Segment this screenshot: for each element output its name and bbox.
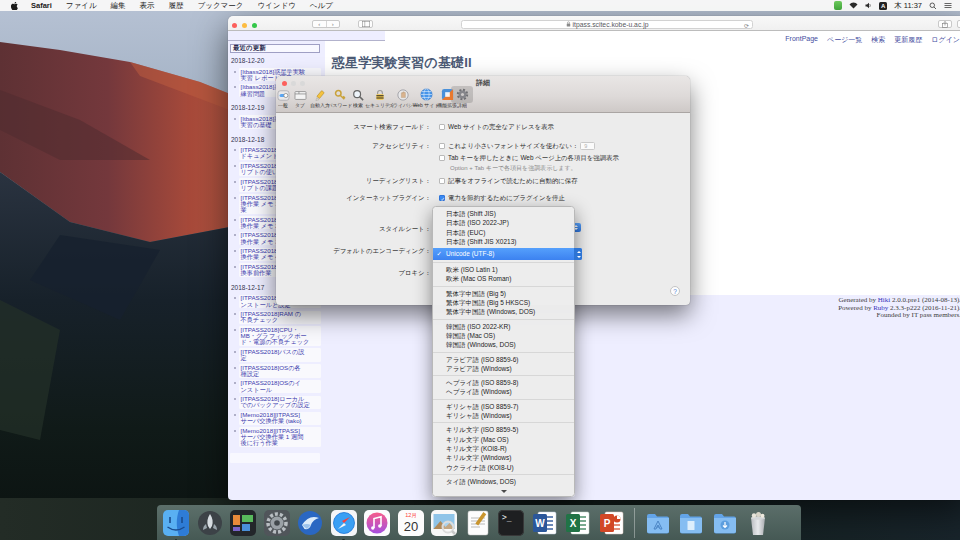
address-bar[interactable]: itpass.scitec.kobe-u.ac.jp ⟳ [461, 20, 753, 29]
font-size-checkbox[interactable] [439, 143, 445, 149]
dock-applications-folder-icon[interactable] [645, 510, 671, 536]
reading-list-checkbox[interactable] [439, 178, 445, 184]
font-size-select[interactable]: 9 [580, 142, 595, 150]
encoding-option[interactable]: ヘブライ語 (ISO 8859-8) [433, 378, 574, 387]
menu-app[interactable]: Safari [24, 1, 59, 10]
minimize-button[interactable] [242, 23, 248, 29]
encoding-option[interactable]: 繁体字中国語 (Windows, DOS) [433, 307, 574, 316]
footer-line: Founded by IT pass members. [838, 312, 960, 320]
help-button[interactable]: ? [670, 286, 680, 296]
dock-trash-icon[interactable] [745, 510, 771, 536]
nav-link[interactable]: ページ一覧 [827, 35, 862, 45]
sidebar-link[interactable]: [Memo2018][ITPASS]サーバ交換作業 (tako) [239, 412, 321, 425]
menu-scroll-down-arrow[interactable] [433, 486, 574, 496]
prefs-tab-label: 詳細 [446, 102, 479, 109]
encoding-option[interactable]: ギリシャ語 (ISO 8859-7) [433, 402, 574, 411]
mountain-art [0, 0, 240, 540]
dock-preview-icon[interactable] [431, 510, 457, 536]
zoom-button[interactable] [252, 23, 258, 29]
dock-calendar-icon[interactable]: 12月20 [398, 510, 424, 536]
forward-icon[interactable]: › [327, 21, 340, 27]
dock-documents-folder-icon[interactable] [678, 510, 704, 536]
encoding-option[interactable]: タイ語 (Windows, DOS) [433, 477, 574, 486]
encoding-option[interactable]: 繁体字中国語 (Big 5) [433, 289, 574, 298]
dock-finder-icon[interactable] [163, 510, 189, 536]
prefs-tab-詳細[interactable]: 詳細 [442, 87, 482, 111]
dock-system-preferences-icon[interactable] [264, 510, 290, 536]
menu-6[interactable]: ウインドウ [250, 1, 302, 10]
encoding-option[interactable]: 日本語 (ISO 2022-JP) [433, 218, 574, 227]
encoding-option[interactable]: ギリシャ語 (Windows) [433, 411, 574, 420]
sidebar-link[interactable]: [ITPASS2018]バスの設定 [239, 348, 321, 361]
nav-link[interactable]: FrontPage [785, 35, 818, 45]
encoding-option[interactable]: 欧米 (ISO Latin 1) [433, 265, 574, 274]
notification-center-icon[interactable] [944, 2, 952, 9]
encoding-option[interactable]: キリル文字 (Mac OS) [433, 435, 574, 444]
dock-mission-control-icon[interactable] [230, 510, 256, 536]
back-icon[interactable]: ‹ [313, 21, 327, 27]
smart-search-option: Web サイトの完全なアドレスを表示 [448, 123, 554, 131]
volume-icon[interactable] [865, 2, 872, 9]
encoding-option[interactable]: 繁体字中国語 (Big 5 HKSCS) [433, 298, 574, 307]
svg-text:W: W [535, 518, 545, 529]
smart-search-checkbox[interactable] [439, 124, 445, 130]
encoding-option[interactable]: 韓国語 (Windows, DOS) [433, 340, 574, 349]
dock-itunes-icon[interactable] [364, 510, 390, 536]
encoding-option[interactable]: 欧米 (Mac OS Roman) [433, 274, 574, 283]
menu-4[interactable]: 履歴 [162, 1, 191, 10]
encoding-option[interactable]: ウクライナ語 (KOI8-U) [433, 463, 574, 472]
menu-2[interactable]: 編集 [104, 1, 133, 10]
reload-icon[interactable]: ⟳ [744, 22, 749, 29]
menu-3[interactable]: 表示 [133, 1, 162, 10]
back-forward-buttons[interactable]: ‹› [312, 20, 340, 28]
dock-launchpad-icon[interactable] [197, 510, 223, 536]
encoding-option[interactable]: 韓国語 (ISO 2022-KR) [433, 322, 574, 331]
tab-highlight-checkbox[interactable] [439, 155, 445, 161]
nav-link[interactable]: 検索 [871, 35, 885, 45]
sidebar-link[interactable]: [Memo2018][ITPASS]サーバ交換作業 1 週間後に行う作業 [239, 427, 321, 447]
encoding-option[interactable]: 日本語 (Shift JIS) [433, 209, 574, 218]
sidebar-link[interactable]: [ITPASS2018]ローカルでのバックアップの設定 [239, 396, 321, 409]
encoding-option[interactable]: キリル文字 (Windows) [433, 453, 574, 462]
encoding-option[interactable]: アラビア語 (Windows) [433, 364, 574, 373]
stylesheet-label: スタイルシート： [276, 225, 431, 233]
sidebar-toggle-button[interactable] [358, 20, 373, 28]
encoding-option[interactable]: アラビア語 (ISO 8859-6) [433, 355, 574, 364]
dock-downloads-folder-icon[interactable] [712, 510, 738, 536]
lock-icon [566, 21, 571, 28]
close-button[interactable] [232, 23, 238, 29]
sidebar-link[interactable]: [ITPASS2018]OSのインストール [239, 380, 321, 393]
nav-link[interactable]: ログイン [931, 35, 960, 45]
sidebar-footer-box [230, 453, 320, 463]
dock-terminal-icon[interactable]: >_ [498, 510, 524, 536]
share-button[interactable] [938, 20, 952, 28]
encoding-option[interactable]: 日本語 (Shift JIS X0213) [433, 237, 574, 246]
dock-textedit-icon[interactable] [465, 510, 491, 536]
nav-link[interactable]: 更新履歴 [894, 35, 922, 45]
encoding-option[interactable]: 日本語 (EUC) [433, 228, 574, 237]
dock-excel-icon[interactable]: X [565, 510, 591, 536]
spotlight-icon[interactable] [929, 2, 937, 10]
menu-bar-clock[interactable]: 木 11:37 [894, 1, 922, 11]
apple-menu[interactable] [0, 2, 24, 10]
encoding-option-selected[interactable]: ✓Unicode (UTF-8) [433, 248, 582, 260]
encoding-option[interactable]: ヘブライ語 (Windows) [433, 387, 574, 396]
dock-safari-icon[interactable] [331, 510, 357, 536]
menu-1[interactable]: ファイル [59, 1, 104, 10]
plugins-checkbox[interactable] [439, 195, 445, 201]
menu-separator [433, 284, 574, 289]
sidebar-link[interactable]: [ITPASS2018]RAM の不良チェック [239, 311, 321, 324]
encoding-option[interactable]: キリル文字 (ISO 8859-5) [433, 425, 574, 434]
green-app-menu-icon[interactable] [834, 1, 843, 10]
encoding-option[interactable]: 韓国語 (Mac OS) [433, 331, 574, 340]
sidebar-link[interactable]: [ITPASS2018]CPU・MB・グラフィックボード・電源の不良チェック [239, 326, 321, 346]
dock-powerpoint-icon[interactable]: P [599, 510, 625, 536]
input-source-icon[interactable]: A [879, 2, 887, 10]
menu-5[interactable]: ブックマーク [191, 1, 251, 10]
encoding-option[interactable]: キリル文字 (KOI8-R) [433, 444, 574, 453]
dock-thunderbird-icon[interactable] [297, 510, 323, 536]
wifi-icon[interactable] [849, 2, 858, 9]
dock-word-icon[interactable]: W [532, 510, 558, 536]
menu-7[interactable]: ヘルプ [303, 1, 340, 10]
sidebar-link[interactable]: [ITPASS2018]OSの各種設定 [239, 364, 321, 377]
